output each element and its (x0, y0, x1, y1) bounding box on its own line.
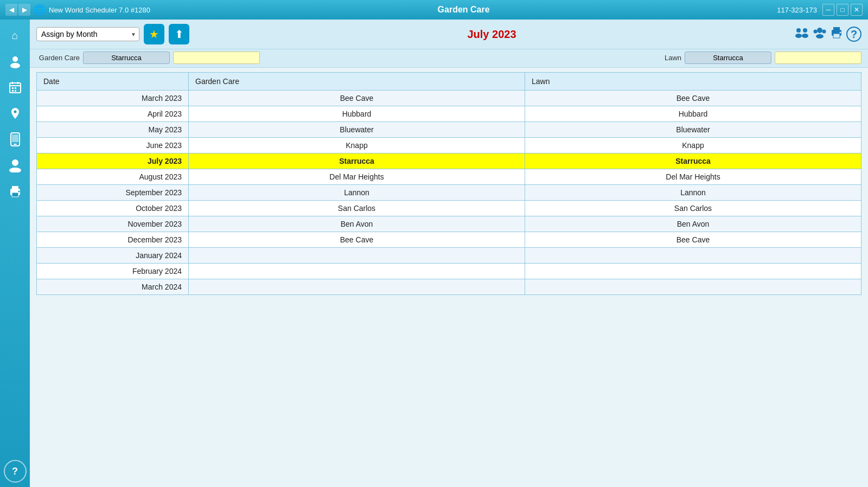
lawn-cell: San Carlos (525, 201, 861, 216)
lawn-cell: Bee Cave (525, 232, 861, 248)
close-button[interactable]: ✕ (851, 4, 863, 16)
lawn-cell: Knapp (525, 138, 861, 153)
garden-care-cell (189, 248, 525, 264)
svg-point-1 (10, 63, 20, 68)
garden-care-cell (189, 264, 525, 279)
filter-row: Garden Care Lawn (30, 49, 868, 68)
garden-care-extra-input[interactable] (173, 52, 260, 64)
table-row: March 2023Bee CaveBee Cave (37, 91, 861, 106)
table-area: Date Garden Care Lawn March 2023Bee Cave… (30, 68, 868, 487)
lawn-cell: Lannon (525, 185, 861, 201)
sidebar-item-print[interactable] (4, 180, 27, 203)
svg-point-0 (12, 56, 18, 62)
table-row: April 2023HubbardHubbard (37, 106, 861, 122)
garden-care-cell: Bee Cave (189, 91, 525, 106)
svg-point-21 (795, 34, 802, 38)
svg-point-22 (803, 28, 807, 33)
table-row: December 2023Bee CaveBee Cave (37, 232, 861, 248)
svg-rect-17 (12, 186, 18, 189)
star-icon: ★ (149, 28, 159, 41)
svg-rect-29 (833, 27, 840, 30)
group-small-icon[interactable] (813, 27, 827, 42)
minimize-button[interactable]: ─ (822, 4, 834, 16)
date-cell: January 2024 (37, 248, 189, 264)
table-row: August 2023Del Mar HeightsDel Mar Height… (37, 169, 861, 185)
lawn-cell (525, 248, 861, 264)
group-large-icon[interactable] (794, 27, 809, 42)
svg-rect-18 (12, 193, 18, 197)
table-row: November 2023Ben AvonBen Avon (37, 216, 861, 232)
titlebar: ◀ ▶ 🌐 New World Scheduler 7.0 #1280 Gard… (0, 0, 868, 20)
svg-point-14 (12, 159, 18, 166)
garden-care-label: Garden Care (36, 54, 80, 62)
garden-care-cell: Del Mar Heights (189, 169, 525, 185)
garden-care-cell: San Carlos (189, 201, 525, 216)
sidebar-item-calendar[interactable] (4, 76, 27, 99)
toolbar-right-icons: ? (794, 27, 861, 42)
assign-dropdown[interactable]: Assign by MonthAssign by WeekAssign by D… (36, 27, 139, 41)
svg-point-25 (814, 30, 818, 34)
garden-care-cell: Knapp (189, 138, 525, 153)
lawn-cell (525, 279, 861, 295)
garden-care-header: Garden Care (189, 73, 525, 91)
garden-care-cell: Ben Avon (189, 216, 525, 232)
lawn-input[interactable] (685, 52, 771, 64)
sidebar-item-help[interactable]: ? (4, 460, 27, 483)
date-cell: June 2023 (37, 138, 189, 153)
help-icon-button[interactable]: ? (846, 27, 861, 42)
svg-rect-30 (833, 34, 840, 38)
sidebar-item-mobile[interactable] (4, 128, 27, 151)
svg-point-24 (817, 28, 822, 33)
lawn-extra-input[interactable] (775, 52, 861, 64)
sidebar-item-user[interactable] (4, 154, 27, 177)
garden-care-input[interactable] (83, 52, 170, 64)
sidebar-item-map[interactable] (4, 102, 27, 125)
sidebar-item-people[interactable] (4, 50, 27, 73)
garden-care-cell: Bluewater (189, 122, 525, 138)
svg-rect-6 (12, 87, 14, 89)
lawn-cell: Ben Avon (525, 216, 861, 232)
lawn-cell: Hubbard (525, 106, 861, 122)
date-cell: December 2023 (37, 232, 189, 248)
table-row: March 2024 (37, 279, 861, 295)
date-cell: November 2023 (37, 216, 189, 232)
assign-dropdown-wrapper[interactable]: Assign by MonthAssign by WeekAssign by D… (36, 27, 139, 41)
date-cell: March 2023 (37, 91, 189, 106)
svg-rect-8 (12, 90, 14, 92)
date-cell: May 2023 (37, 122, 189, 138)
app-icon: 🌐 (34, 4, 46, 16)
svg-point-27 (816, 34, 824, 39)
lawn-cell (525, 264, 861, 279)
table-row: January 2024 (37, 248, 861, 264)
svg-rect-9 (15, 90, 16, 92)
svg-rect-7 (15, 87, 16, 89)
svg-point-15 (9, 168, 21, 172)
lawn-label: Lawn (638, 54, 681, 62)
svg-point-20 (796, 28, 801, 33)
schedule-table: Date Garden Care Lawn March 2023Bee Cave… (36, 72, 861, 295)
svg-rect-13 (12, 134, 18, 142)
lawn-header: Lawn (525, 73, 861, 91)
svg-point-19 (18, 191, 20, 193)
favorite-button[interactable]: ★ (144, 24, 164, 44)
connection-id: 117-323-173 (777, 6, 817, 14)
table-row: February 2024 (37, 264, 861, 279)
garden-care-cell: Hubbard (189, 106, 525, 122)
back-button[interactable]: ◀ (5, 4, 17, 16)
app-name: New World Scheduler 7.0 #1280 (49, 6, 150, 14)
svg-point-10 (14, 111, 16, 113)
sidebar: ⌂ (0, 20, 30, 487)
upload-button[interactable]: ⬆ (169, 24, 189, 44)
date-cell: August 2023 (37, 169, 189, 185)
date-cell: October 2023 (37, 201, 189, 216)
toolbar: Assign by MonthAssign by WeekAssign by D… (30, 20, 868, 49)
forward-button[interactable]: ▶ (18, 4, 30, 16)
svg-rect-12 (14, 144, 17, 145)
svg-point-26 (822, 30, 826, 34)
maximize-button[interactable]: □ (837, 4, 848, 16)
lawn-cell: Starrucca (525, 153, 861, 169)
sidebar-item-home[interactable]: ⌂ (4, 24, 27, 47)
print-icon-button[interactable] (830, 27, 843, 42)
garden-care-cell (189, 279, 525, 295)
window-title: Garden Care (438, 5, 490, 15)
